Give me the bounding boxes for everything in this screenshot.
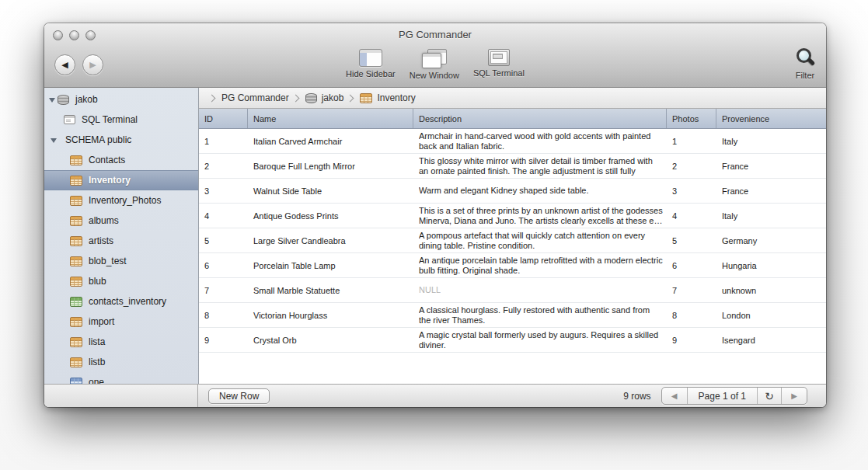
cell-description[interactable]: Warm and elegant Kidney shaped side tabl… xyxy=(413,179,667,203)
sidebar-item[interactable]: Inventory_Photos xyxy=(44,190,198,211)
cell-id[interactable]: 6 xyxy=(199,253,248,277)
table-row[interactable]: 3 Walnut Side Table Warm and elegant Kid… xyxy=(199,179,826,204)
cell-description[interactable]: NULL xyxy=(413,278,667,302)
breadcrumb-icon xyxy=(305,93,317,103)
cell-photos[interactable]: 7 xyxy=(667,278,716,302)
cell-name[interactable]: Small Marble Statuette xyxy=(248,278,413,302)
previous-page-button[interactable]: ◀ xyxy=(662,388,687,404)
cell-provenience[interactable]: Italy xyxy=(716,129,826,153)
cell-id[interactable]: 4 xyxy=(199,204,248,228)
cell-photos[interactable]: 9 xyxy=(667,328,716,352)
cell-photos[interactable]: 8 xyxy=(667,303,716,327)
filter-button[interactable]: Filter xyxy=(793,47,817,80)
cell-name[interactable]: Large Silver Candleabra xyxy=(248,228,413,252)
sidebar-item[interactable]: Contacts xyxy=(44,150,198,170)
zoom-button[interactable] xyxy=(85,30,96,40)
column-header-provenience[interactable]: Provenience xyxy=(716,109,826,128)
sidebar-item-label: import xyxy=(89,316,114,327)
sidebar-item[interactable]: blob_test xyxy=(44,251,198,271)
sidebar-item[interactable]: jakob xyxy=(44,89,198,110)
sidebar-item[interactable]: Inventory xyxy=(44,170,198,190)
cell-name[interactable]: Italian Carved Armchair xyxy=(248,129,413,153)
cell-name[interactable]: Walnut Side Table xyxy=(248,179,413,203)
table-row[interactable]: 1 Italian Carved Armchair Armchair in ha… xyxy=(199,129,826,154)
hide-sidebar-button[interactable]: Hide Sidebar xyxy=(346,49,396,80)
breadcrumb-label: PG Commander xyxy=(221,92,289,103)
sidebar-item[interactable]: one xyxy=(44,372,198,384)
cell-provenience[interactable]: Italy xyxy=(716,204,826,228)
breadcrumb-item[interactable]: jakob xyxy=(289,92,344,103)
title-bar[interactable]: PG Commander xyxy=(44,23,826,47)
cell-photos[interactable]: 4 xyxy=(667,204,716,228)
close-button[interactable] xyxy=(53,30,63,40)
cell-photos[interactable]: 3 xyxy=(667,179,716,203)
cell-description[interactable]: This glossy white mirror with silver det… xyxy=(413,154,667,178)
cell-id[interactable]: 8 xyxy=(199,303,248,327)
breadcrumb-item[interactable]: PG Commander xyxy=(205,92,289,103)
chevron-separator-icon xyxy=(291,94,299,102)
sidebar-item[interactable]: artists xyxy=(44,231,198,251)
cell-provenience[interactable]: London xyxy=(716,303,826,327)
disclosure-triangle-icon[interactable] xyxy=(49,136,59,144)
sidebar-item[interactable]: albums xyxy=(44,211,198,231)
sidebar-item[interactable]: SCHEMA public xyxy=(44,130,198,150)
cell-provenience[interactable]: France xyxy=(716,154,826,178)
sidebar-item[interactable]: SQL Terminal xyxy=(44,110,198,130)
toolbar-center-group: Hide Sidebar New Window SQL Terminal xyxy=(44,49,826,80)
cell-id[interactable]: 2 xyxy=(199,154,248,178)
table-row[interactable]: 5 Large Silver Candleabra A pompous arte… xyxy=(199,228,826,253)
cell-provenience[interactable]: Isengard xyxy=(716,328,826,352)
cell-name[interactable]: Crystal Orb xyxy=(248,328,413,352)
cell-name[interactable]: Antique Godess Prints xyxy=(248,204,413,228)
cell-provenience[interactable]: unknown xyxy=(716,278,826,302)
cell-provenience[interactable]: Germany xyxy=(716,228,826,252)
cell-id[interactable]: 7 xyxy=(199,278,248,302)
sidebar-item[interactable]: import xyxy=(44,312,198,332)
disclosure-triangle-icon[interactable] xyxy=(47,96,58,104)
breadcrumb-item[interactable]: Inventory xyxy=(343,92,415,103)
sidebar-item[interactable]: lista xyxy=(44,332,198,352)
cell-photos[interactable]: 5 xyxy=(667,228,716,252)
cell-description[interactable]: An antique porcelain table lamp retrofit… xyxy=(413,253,667,277)
new-window-button[interactable]: New Window xyxy=(410,49,459,80)
new-row-button[interactable]: New Row xyxy=(208,388,270,404)
cell-description[interactable]: A magic crystal ball formerly used by au… xyxy=(413,328,667,352)
cell-name[interactable]: Victorian Hourglass xyxy=(248,303,413,327)
cell-name[interactable]: Porcelain Table Lamp xyxy=(248,253,413,277)
column-header-id[interactable]: ID xyxy=(199,109,248,128)
breadcrumb-label: Inventory xyxy=(377,92,415,103)
table-row[interactable]: 2 Baroque Full Length Mirror This glossy… xyxy=(199,154,826,179)
sidebar-item[interactable]: listb xyxy=(44,352,198,372)
cell-id[interactable]: 3 xyxy=(199,179,248,203)
cell-id[interactable]: 9 xyxy=(199,328,248,352)
sidebar-item[interactable]: contacts_inventory xyxy=(44,291,198,312)
minimize-button[interactable] xyxy=(69,30,79,40)
table-row[interactable]: 7 Small Marble Statuette NULL 7 unknown xyxy=(199,278,826,303)
cell-description[interactable]: A classical hourglass. Fully restored wi… xyxy=(413,303,667,327)
table-row[interactable]: 4 Antique Godess Prints This is a set of… xyxy=(199,204,826,228)
cell-photos[interactable]: 2 xyxy=(667,154,716,178)
toolbar: ◀ ▶ Hide Sidebar New Window SQL Terminal xyxy=(44,47,826,87)
cell-provenience[interactable]: Hungaria xyxy=(716,253,826,277)
cell-description[interactable]: Armchair in hand-carved wood with gold a… xyxy=(413,129,667,153)
cell-id[interactable]: 5 xyxy=(199,228,248,252)
cell-photos[interactable]: 1 xyxy=(667,129,716,153)
column-header-photos[interactable]: Photos xyxy=(667,109,716,128)
column-header-description[interactable]: Description xyxy=(413,109,667,128)
table-row[interactable]: 8 Victorian Hourglass A classical hourgl… xyxy=(199,303,826,328)
cell-description[interactable]: This is a set of three prints by an unkn… xyxy=(413,204,667,228)
table-row[interactable]: 9 Crystal Orb A magic crystal ball forme… xyxy=(199,328,826,353)
sql-terminal-button[interactable]: SQL Terminal xyxy=(473,49,525,80)
cell-name[interactable]: Baroque Full Length Mirror xyxy=(248,154,413,178)
cell-provenience[interactable]: France xyxy=(716,179,826,203)
refresh-button[interactable]: ↻ xyxy=(757,388,781,404)
table-row[interactable]: 6 Porcelain Table Lamp An antique porcel… xyxy=(199,253,826,278)
sql-terminal-label: SQL Terminal xyxy=(473,68,525,78)
column-header-name[interactable]: Name xyxy=(248,109,413,128)
next-page-button[interactable]: ▶ xyxy=(781,388,807,404)
sidebar-item[interactable]: blub xyxy=(44,271,198,291)
cell-id[interactable]: 1 xyxy=(199,129,248,153)
cell-photos[interactable]: 6 xyxy=(667,253,716,277)
cell-description[interactable]: A pompous artefact that will quickly cat… xyxy=(413,228,667,252)
sidebar-item-label: lista xyxy=(89,336,105,347)
